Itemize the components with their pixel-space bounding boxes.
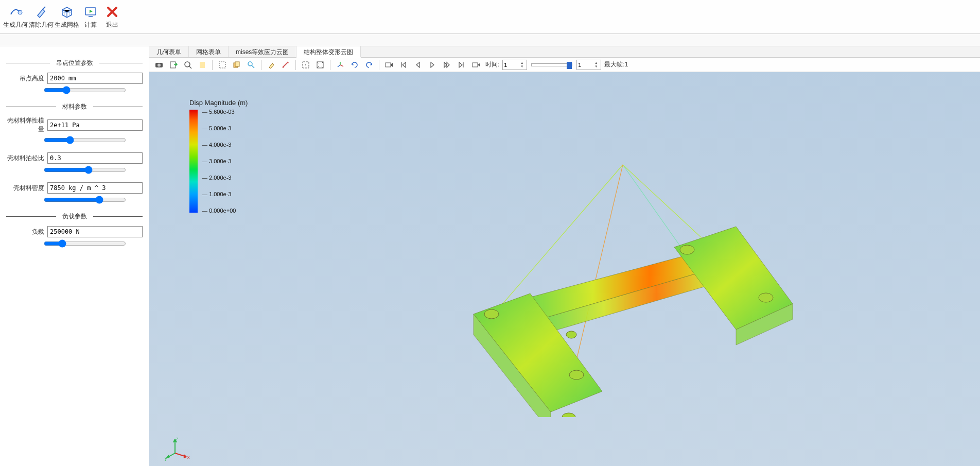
video-icon[interactable] (382, 59, 396, 71)
clear-geometry-label: 清除几何 (29, 21, 54, 29)
modulus-input[interactable] (47, 119, 143, 131)
clear-geometry-button[interactable]: 清除几何 (29, 2, 54, 33)
fit-view-icon[interactable] (313, 59, 327, 71)
svg-rect-7 (219, 62, 225, 68)
axis-triad-icon: x z y (165, 435, 190, 461)
legend-tick: 3.000e-3 (202, 158, 236, 164)
density-input[interactable] (47, 182, 143, 194)
svg-point-21 (566, 331, 576, 338)
play-icon[interactable] (426, 59, 439, 71)
svg-point-17 (569, 370, 584, 379)
svg-text:x: x (187, 455, 190, 460)
tab-deform[interactable]: 结构整体变形云图 (296, 46, 361, 58)
density-slider[interactable] (44, 196, 126, 204)
svg-rect-6 (200, 62, 205, 68)
section-load-title: 负载参数 (56, 212, 93, 221)
frame-value: 1 (578, 62, 594, 68)
content-pane: 几何表单 网格表单 mises等效应力云图 结构整体变形云图 (149, 46, 980, 466)
legend-tick: 2.000e-3 (202, 175, 236, 181)
ribbon-spacer (0, 34, 980, 46)
exit-button[interactable]: 退出 (102, 2, 122, 33)
frame-spin[interactable]: 1 ▲▼ (576, 60, 601, 70)
modulus-slider[interactable] (44, 136, 126, 144)
mesh-cube-icon (58, 3, 76, 21)
svg-point-20 (562, 413, 575, 417)
legend-tick: 4.000e-3 (202, 142, 236, 148)
tab-geometry[interactable]: 几何表单 (149, 46, 189, 57)
section-material: 材料参数 (6, 102, 143, 111)
generate-mesh-button[interactable]: 生成网格 (55, 2, 79, 33)
svg-point-10 (248, 62, 252, 66)
loop-icon[interactable] (469, 59, 482, 71)
select-rect-icon[interactable] (216, 59, 229, 71)
svg-point-19 (680, 245, 694, 254)
svg-rect-15 (472, 63, 478, 67)
section-lift-point: 吊点位置参数 (6, 59, 143, 67)
generate-mesh-label: 生成网格 (55, 21, 79, 29)
brush-icon (32, 3, 50, 21)
legend-title: Disp Magnitude (m) (189, 99, 248, 107)
rotate-cw-icon[interactable] (348, 59, 361, 71)
svg-point-3 (157, 63, 161, 66)
density-label: 壳材料密度 (6, 184, 47, 193)
sheet-icon[interactable] (196, 59, 209, 71)
viewport-3d[interactable]: Disp Magnitude (m) 5.600e-03 5.000e-3 4.… (149, 72, 980, 466)
poisson-input[interactable] (47, 152, 143, 164)
legend-ticks: 5.600e-03 5.000e-3 4.000e-3 3.000e-3 2.0… (202, 109, 236, 214)
load-slider[interactable] (44, 239, 126, 248)
rotate-ccw-icon[interactable] (362, 59, 376, 71)
fast-forward-icon[interactable] (440, 59, 453, 71)
generate-geometry-icon (7, 3, 24, 21)
time-slider[interactable] (531, 63, 572, 66)
measure-icon[interactable] (279, 59, 292, 71)
load-label: 负载 (6, 228, 47, 236)
load-input[interactable] (47, 226, 143, 237)
fea-model (345, 149, 808, 417)
compute-label: 计算 (84, 21, 97, 29)
export-icon[interactable] (167, 59, 180, 71)
exit-label: 退出 (106, 21, 118, 29)
last-frame-icon[interactable] (454, 59, 468, 71)
tab-bar: 几何表单 网格表单 mises等效应力云图 结构整体变形云图 (149, 46, 980, 58)
compute-button[interactable]: 计算 (80, 2, 101, 33)
color-legend: Disp Magnitude (m) 5.600e-03 5.000e-3 4.… (189, 99, 248, 214)
svg-text:y: y (165, 456, 167, 461)
legend-tick: 0.000e+00 (202, 208, 236, 214)
lift-height-slider[interactable] (44, 86, 126, 94)
svg-text:z: z (176, 436, 179, 441)
duplicate-icon[interactable] (230, 59, 243, 71)
svg-rect-14 (386, 63, 391, 67)
sidebar: 吊点位置参数 吊点高度 材料参数 壳材料弹性模量 壳材料泊松比 (0, 46, 149, 466)
svg-point-12 (305, 64, 306, 65)
play-monitor-icon (82, 3, 99, 21)
legend-tick: 5.600e-03 (202, 109, 236, 115)
camera-icon[interactable] (152, 59, 166, 71)
time-spin[interactable]: 1 ▲▼ (502, 60, 527, 70)
time-label: 时间: (485, 60, 499, 69)
clean-brush-icon[interactable] (265, 59, 278, 71)
poisson-label: 壳材料泊松比 (6, 154, 47, 163)
tab-mises[interactable]: mises等效应力云图 (229, 46, 296, 57)
max-frame-label: 最大帧:1 (604, 60, 628, 69)
svg-point-5 (185, 62, 190, 67)
lift-height-input[interactable] (47, 73, 143, 84)
section-load: 负载参数 (6, 212, 143, 221)
section-material-title: 材料参数 (56, 102, 93, 111)
zoom-icon[interactable] (181, 59, 195, 71)
axes-icon[interactable] (334, 59, 347, 71)
generate-geometry-button[interactable]: 生成几何 (3, 2, 28, 33)
time-value: 1 (504, 62, 520, 68)
main-area: 吊点位置参数 吊点高度 材料参数 壳材料弹性模量 壳材料泊松比 (0, 46, 980, 466)
select-area-icon[interactable] (299, 59, 312, 71)
prev-frame-icon[interactable] (411, 59, 425, 71)
svg-rect-9 (235, 62, 239, 66)
probe-icon[interactable] (244, 59, 258, 71)
first-frame-icon[interactable] (397, 59, 410, 71)
view-toolbar: 时间: 1 ▲▼ 1 ▲▼ 最大帧:1 (149, 58, 980, 72)
poisson-slider[interactable] (44, 166, 126, 174)
legend-tick: 1.000e-3 (202, 191, 236, 197)
ribbon: 生成几何 清除几何 生成网格 计算 (0, 0, 980, 34)
tab-mesh[interactable]: 网格表单 (189, 46, 229, 57)
svg-point-16 (484, 309, 499, 319)
legend-tick: 5.000e-3 (202, 125, 236, 131)
